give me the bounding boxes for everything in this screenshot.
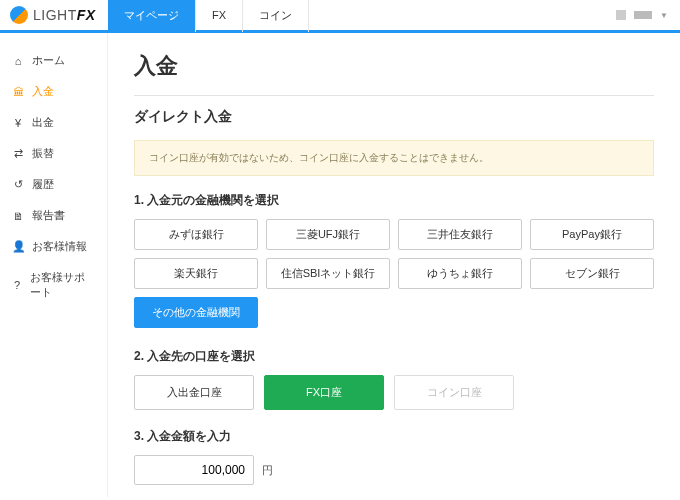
bank-grid-2: その他の金融機関 <box>134 297 654 328</box>
sidebar: ⌂ホーム 🏛入金 ¥出金 ⇄振替 ↺履歴 🗎報告書 👤お客様情報 ?お客様サポー… <box>0 33 108 497</box>
bank-btn-yucho[interactable]: ゆうちょ銀行 <box>398 258 522 289</box>
logo-icon <box>10 6 28 24</box>
user-icon: 👤 <box>12 240 24 253</box>
bank-btn-rakuten[interactable]: 楽天銀行 <box>134 258 258 289</box>
bank-btn-sbi[interactable]: 住信SBIネット銀行 <box>266 258 390 289</box>
sidebar-item-label: 入金 <box>32 84 54 99</box>
page-title: 入金 <box>134 51 654 81</box>
bank-btn-smbc[interactable]: 三井住友銀行 <box>398 219 522 250</box>
tab-mypage[interactable]: マイページ <box>108 0 196 32</box>
tab-fx[interactable]: FX <box>196 0 243 32</box>
sidebar-item-deposit[interactable]: 🏛入金 <box>0 76 107 107</box>
yen-icon: ¥ <box>12 117 24 129</box>
home-icon: ⌂ <box>12 55 24 67</box>
step1-title: 1. 入金元の金融機関を選択 <box>134 192 654 209</box>
sidebar-item-label: 振替 <box>32 146 54 161</box>
sidebar-item-support[interactable]: ?お客様サポート <box>0 262 107 308</box>
sidebar-item-history[interactable]: ↺履歴 <box>0 169 107 200</box>
sidebar-item-report[interactable]: 🗎報告書 <box>0 200 107 231</box>
bank-btn-other[interactable]: その他の金融機関 <box>134 297 258 328</box>
tab-coin[interactable]: コイン <box>243 0 309 32</box>
amount-input[interactable] <box>134 455 254 485</box>
account-btn-coin: コイン口座 <box>394 375 514 410</box>
amount-row: 円 <box>134 455 654 485</box>
help-icon: ? <box>12 279 22 291</box>
user-menu-caret-icon[interactable]: ▼ <box>660 11 668 20</box>
sidebar-item-transfer[interactable]: ⇄振替 <box>0 138 107 169</box>
notice-banner: コイン口座が有効ではないため、コイン口座に入金することはできません。 <box>134 140 654 176</box>
sidebar-item-label: 履歴 <box>32 177 54 192</box>
sidebar-item-label: お客様情報 <box>32 239 87 254</box>
account-row: 入出金口座 FX口座 コイン口座 <box>134 375 654 410</box>
main-content: 入金 ダイレクト入金 コイン口座が有効ではないため、コイン口座に入金することはで… <box>108 33 680 497</box>
amount-unit: 円 <box>262 463 273 478</box>
history-icon: ↺ <box>12 178 24 191</box>
sidebar-item-home[interactable]: ⌂ホーム <box>0 45 107 76</box>
step3-title: 3. 入金金額を入力 <box>134 428 654 445</box>
logo: LIGHTFX <box>0 6 108 24</box>
logo-text-light: LIGHT <box>33 7 77 23</box>
topbar: LIGHTFX マイページ FX コイン ▼ <box>0 0 680 33</box>
sidebar-item-label: 出金 <box>32 115 54 130</box>
account-btn-fx[interactable]: FX口座 <box>264 375 384 410</box>
account-btn-cash[interactable]: 入出金口座 <box>134 375 254 410</box>
bank-btn-mizuho[interactable]: みずほ銀行 <box>134 219 258 250</box>
logo-text-fx: FX <box>77 7 96 23</box>
sidebar-item-label: ホーム <box>32 53 65 68</box>
step2-title: 2. 入金先の口座を選択 <box>134 348 654 365</box>
transfer-icon: ⇄ <box>12 147 24 160</box>
page-subtitle: ダイレクト入金 <box>134 108 654 126</box>
sidebar-item-label: お客様サポート <box>30 270 95 300</box>
status-indicator-icon <box>616 10 626 20</box>
bank-btn-mufg[interactable]: 三菱UFJ銀行 <box>266 219 390 250</box>
bank-grid: みずほ銀行 三菱UFJ銀行 三井住友銀行 PayPay銀行 楽天銀行 住信SBI… <box>134 219 654 289</box>
bank-btn-seven[interactable]: セブン銀行 <box>530 258 654 289</box>
bank-btn-paypay[interactable]: PayPay銀行 <box>530 219 654 250</box>
bank-icon: 🏛 <box>12 86 24 98</box>
document-icon: 🗎 <box>12 210 24 222</box>
sidebar-item-withdraw[interactable]: ¥出金 <box>0 107 107 138</box>
sidebar-item-customer-info[interactable]: 👤お客様情報 <box>0 231 107 262</box>
divider <box>134 95 654 96</box>
topbar-right: ▼ <box>616 10 680 20</box>
sidebar-item-label: 報告書 <box>32 208 65 223</box>
user-label <box>634 11 652 19</box>
